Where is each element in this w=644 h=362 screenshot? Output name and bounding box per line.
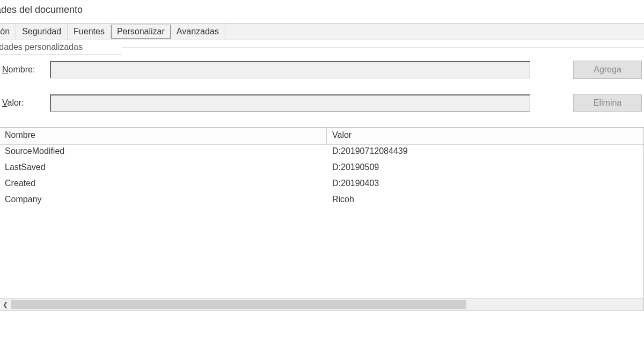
table-row[interactable]: Company Ricoh	[0, 193, 643, 209]
cell-name: LastSaved	[0, 161, 327, 177]
cell-value: Ricoh	[327, 193, 643, 209]
cell-name: Company	[0, 193, 327, 209]
properties-table: Nombre Valor SourceModified D:2019071208…	[0, 127, 644, 311]
value-row: Valor: Elimina	[0, 94, 644, 112]
scroll-thumb[interactable]	[11, 300, 466, 309]
scroll-track[interactable]	[11, 299, 643, 310]
value-label: Valor:	[0, 98, 50, 108]
cell-name: SourceModified	[0, 145, 327, 161]
tab-avanzadas[interactable]: Avanzadas	[171, 24, 225, 40]
table-row[interactable]: LastSaved D:20190509	[0, 161, 643, 177]
window-title: iedades del documento	[0, 0, 644, 23]
name-label: Nombre:	[0, 65, 50, 75]
table-row[interactable]: Created D:20190403	[0, 177, 643, 193]
tab-descripcion[interactable]: cripción	[0, 24, 16, 40]
horizontal-scrollbar[interactable]: ❮	[0, 298, 643, 310]
tab-seguridad[interactable]: Seguridad	[16, 24, 68, 40]
cell-value: D:20190509	[327, 161, 643, 177]
col-header-name[interactable]: Nombre	[0, 128, 327, 144]
scroll-left-icon[interactable]: ❮	[0, 299, 11, 310]
table-body: SourceModified D:20190712084439 LastSave…	[0, 145, 643, 209]
value-input[interactable]	[50, 94, 530, 112]
tab-bar: cripción Seguridad Fuentes Personalizar …	[0, 23, 644, 40]
table-header: Nombre Valor	[0, 128, 643, 145]
panel-title: opiedades personalizadas	[0, 40, 122, 55]
cell-value: D:20190403	[327, 177, 643, 193]
table-row[interactable]: SourceModified D:20190712084439	[0, 145, 643, 161]
tab-fuentes[interactable]: Fuentes	[68, 24, 111, 40]
col-header-value[interactable]: Valor	[327, 128, 643, 144]
name-input[interactable]	[50, 61, 530, 78]
add-button[interactable]: Agrega	[573, 61, 642, 79]
custom-props-form: Nombre: Agrega Valor: Elimina	[0, 48, 644, 112]
name-row: Nombre: Agrega	[0, 61, 644, 79]
delete-button[interactable]: Elimina	[573, 94, 642, 112]
cell-name: Created	[0, 177, 327, 193]
cell-value: D:20190712084439	[327, 145, 643, 161]
tab-personalizar[interactable]: Personalizar	[111, 25, 171, 39]
